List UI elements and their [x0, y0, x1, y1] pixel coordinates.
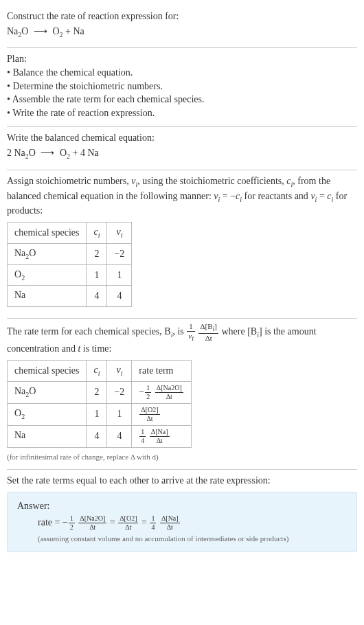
cell-rate-term: −12 Δ[Na2O]Δt: [132, 381, 191, 403]
fraction: Δ[Na]Δt: [150, 429, 170, 444]
cell-ci: 4: [87, 425, 107, 447]
table-row: Na 4 4 14 Δ[Na]Δt: [8, 425, 192, 447]
fraction: Δ[Bi]Δt: [198, 323, 218, 342]
prompt-section: Construct the rate of reaction expressio…: [7, 5, 357, 48]
species-na2o: 2 Na2O: [7, 148, 36, 158]
cell-ci: 2: [87, 243, 107, 264]
species-na2o: Na2O: [7, 26, 28, 36]
col-species: chemical species: [8, 360, 87, 381]
col-ci: ci: [87, 360, 107, 381]
cell-species: O2: [8, 264, 87, 286]
cell-ci: 1: [87, 403, 107, 425]
balanced-section: Write the balanced chemical equation: 2 …: [7, 127, 357, 170]
rate-term-table: chemical species ci νi rate term Na2O 2 …: [7, 360, 192, 448]
prompt-title: Construct the rate of reaction expressio…: [7, 10, 357, 23]
fraction: 12: [69, 515, 75, 531]
col-ci: ci: [87, 222, 107, 243]
cell-rate-term: Δ[O2]Δt: [132, 403, 191, 425]
balanced-heading: Write the balanced chemical equation:: [7, 131, 357, 145]
fraction: 14: [139, 429, 146, 444]
fraction: Δ[O2]Δt: [118, 515, 138, 531]
col-nui: νi: [107, 360, 132, 381]
plan-heading: Plan:: [7, 52, 357, 66]
arrow-icon: ⟶: [38, 146, 57, 160]
fraction: Δ[Na]Δt: [160, 515, 180, 531]
cell-nui: 4: [107, 425, 132, 447]
plan-bullet: • Determine the stoichiometric numbers.: [7, 80, 357, 93]
species-o2: O2: [60, 148, 70, 158]
cell-ci: 1: [87, 264, 107, 286]
table-row: Na 4 4: [8, 286, 132, 307]
plan-bullet: • Write the rate of reaction expression.: [7, 106, 357, 120]
plan-bullet: • Assemble the rate term for each chemic…: [7, 93, 357, 106]
stoich-table: chemical species ci νi Na2O 2 −2 O2 1 1 …: [7, 222, 132, 307]
answer-label: Answer:: [17, 499, 347, 513]
cell-ci: 4: [87, 286, 107, 307]
col-rate-term: rate term: [132, 360, 191, 381]
answer-box: Answer: rate = −12 Δ[Na2O]Δt = Δ[O2]Δt =…: [7, 492, 357, 552]
arrow-icon: ⟶: [31, 25, 50, 38]
fraction: 14: [150, 515, 156, 531]
plan-section: Plan: • Balance the chemical equation. •…: [7, 48, 357, 127]
final-section: Set the rate terms equal to each other t…: [7, 470, 357, 559]
cell-nui: −2: [107, 243, 132, 264]
fraction: Δ[O2]Δt: [139, 407, 159, 422]
col-nui: νi: [107, 222, 132, 243]
fraction: Δ[Na2O]Δt: [78, 515, 106, 531]
cell-species: O2: [8, 403, 87, 425]
answer-equation: rate = −12 Δ[Na2O]Δt = Δ[O2]Δt = 14 Δ[Na…: [17, 515, 347, 531]
assign-section: Assign stoichiometric numbers, νi, using…: [7, 170, 357, 319]
final-heading: Set the rate terms equal to each other t…: [7, 474, 357, 488]
answer-note: (assuming constant volume and no accumul…: [17, 534, 347, 544]
col-species: chemical species: [8, 222, 87, 243]
cell-species: Na: [8, 286, 87, 307]
cell-ci: 2: [87, 381, 107, 403]
cell-nui: 1: [107, 403, 132, 425]
cell-nui: 1: [107, 264, 132, 286]
fraction: 1νi: [187, 323, 195, 342]
rate-term-text: The rate term for each chemical species,…: [7, 323, 357, 356]
table-row: Na2O 2 −2: [8, 243, 132, 264]
cell-nui: 4: [107, 286, 132, 307]
footnote: (for infinitesimal rate of change, repla…: [7, 452, 357, 462]
cell-species: Na2O: [8, 381, 87, 403]
cell-nui: −2: [107, 381, 132, 403]
plan-bullet: • Balance the chemical equation.: [7, 66, 357, 80]
table-row: O2 1 1: [8, 264, 132, 286]
table-row: chemical species ci νi rate term: [8, 360, 192, 381]
cell-species: Na2O: [8, 243, 87, 264]
fraction: Δ[Na2O]Δt: [155, 385, 183, 400]
assign-text: Assign stoichiometric numbers, νi, using…: [7, 174, 357, 218]
cell-species: Na: [8, 425, 87, 447]
cell-rate-term: 14 Δ[Na]Δt: [132, 425, 191, 447]
fraction: 12: [145, 385, 151, 400]
species-na: Na: [73, 26, 84, 36]
table-row: O2 1 1 Δ[O2]Δt: [8, 403, 192, 425]
unbalanced-equation: Na2O ⟶ O2 + Na: [7, 25, 357, 40]
table-row: Na2O 2 −2 −12 Δ[Na2O]Δt: [8, 381, 192, 403]
rate-term-section: The rate term for each chemical species,…: [7, 319, 357, 470]
table-row: chemical species ci νi: [8, 222, 132, 243]
balanced-equation: 2 Na2O ⟶ O2 + 4 Na: [7, 146, 357, 161]
species-o2: O2: [52, 26, 62, 36]
species-na: 4 Na: [80, 148, 99, 158]
